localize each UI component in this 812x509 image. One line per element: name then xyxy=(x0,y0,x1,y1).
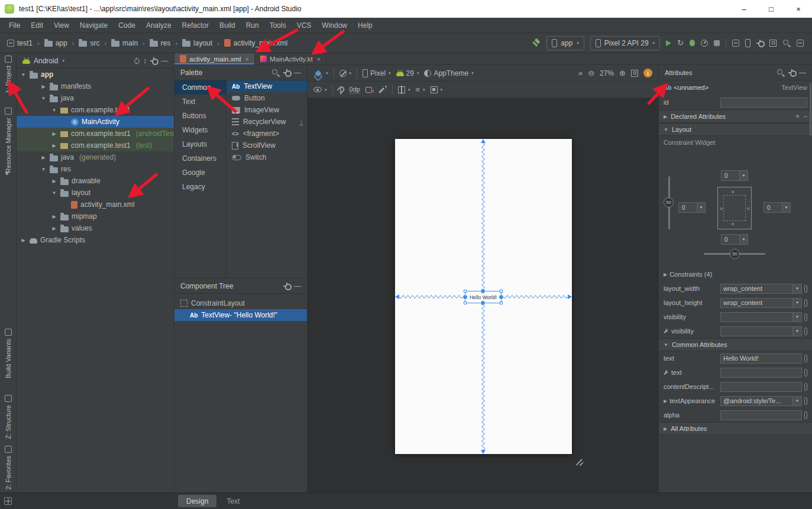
menu-build[interactable]: Build xyxy=(214,18,241,33)
layout-width-select[interactable]: wrap_content▾ xyxy=(720,284,802,294)
constraint-anchor-left[interactable] xyxy=(462,294,468,300)
tree-item-manifests[interactable]: ▶manifests xyxy=(17,80,174,92)
autoconnect-icon[interactable] xyxy=(337,85,345,94)
toolwindow-project-button[interactable]: 1: Project xyxy=(0,56,17,93)
attribute-flag-icon[interactable] xyxy=(804,285,807,293)
common-attributes-section[interactable]: ▼ Common Attributes xyxy=(659,338,812,351)
overflow-icon[interactable]: » xyxy=(578,69,583,77)
menu-view[interactable]: View xyxy=(48,18,75,33)
notifications-icon[interactable] xyxy=(797,40,804,47)
gear-icon[interactable] xyxy=(283,283,290,290)
vertical-bias-handle[interactable]: 50 xyxy=(664,197,674,208)
content-description-input[interactable] xyxy=(720,382,802,392)
all-attributes-section[interactable]: ▶ All Attributes xyxy=(659,422,812,435)
minimize-window-button[interactable]: – xyxy=(730,0,758,18)
palette-item-textview[interactable]: AbTextView xyxy=(227,80,307,92)
resize-handle-icon[interactable] xyxy=(464,301,467,304)
menu-help[interactable]: Help xyxy=(352,18,378,33)
palette-item-imageview[interactable]: ImageView xyxy=(227,104,307,116)
clear-constraints-icon[interactable] xyxy=(365,86,374,93)
theme-select[interactable]: AppTheme▾ xyxy=(424,69,473,77)
constraint-anchor-bottom[interactable] xyxy=(480,300,486,306)
breadcrumb-main[interactable]: main xyxy=(110,39,139,47)
toolwindow-resource-manager-button[interactable]: Resource Manager xyxy=(0,108,17,173)
device-select[interactable]: Pixel 2 API 29 ▾ xyxy=(590,36,660,50)
palette-item-scrollview[interactable]: ScrollView xyxy=(227,140,307,151)
debug-button[interactable] xyxy=(690,40,695,46)
attribute-flag-icon[interactable] xyxy=(804,397,807,405)
issues-badge[interactable]: 1 xyxy=(643,69,652,77)
toolwindow-favorites-button[interactable]: 2: Favorites xyxy=(0,446,17,489)
download-icon[interactable]: ↓ xyxy=(300,119,303,125)
palette-category-widgets[interactable]: Widgets xyxy=(174,123,226,137)
attribute-flag-icon[interactable] xyxy=(804,355,807,362)
layout-section[interactable]: ▼ Layout xyxy=(659,123,812,136)
tree-item-values[interactable]: ▶values xyxy=(17,222,174,234)
tree-item-activity-main-xml[interactable]: activity_main.xml xyxy=(17,199,174,210)
menu-vcs[interactable]: VCS xyxy=(292,18,317,33)
constraint-anchor-top[interactable] xyxy=(480,288,486,294)
close-tab-icon[interactable]: × xyxy=(245,56,249,63)
device-select-design[interactable]: Pixel▾ xyxy=(363,69,391,77)
tree-item-mipmap[interactable]: ▶mipmap xyxy=(17,210,174,222)
close-tab-icon[interactable]: × xyxy=(317,56,321,63)
menu-run[interactable]: Run xyxy=(241,18,264,33)
tree-item-app[interactable]: ▼app xyxy=(17,69,174,80)
text-appearance-select[interactable]: @android:style/Te...▾ xyxy=(720,396,802,406)
sdk-manager-icon[interactable] xyxy=(756,40,764,47)
tools-text-input[interactable] xyxy=(720,368,802,378)
menu-refactor[interactable]: Refactor xyxy=(177,18,214,33)
palette-item-recyclerview[interactable]: RecyclerView↓ xyxy=(227,116,307,128)
palette-item-switch[interactable]: Switch xyxy=(227,151,307,163)
toolwindow-switcher-icon[interactable] xyxy=(4,497,12,505)
attribute-flag-icon[interactable] xyxy=(804,328,807,335)
run-configuration-select[interactable]: app ▾ xyxy=(546,36,584,50)
gear-icon[interactable] xyxy=(283,69,290,76)
maximize-window-button[interactable]: □ xyxy=(758,0,785,18)
attribute-flag-icon[interactable] xyxy=(804,369,807,377)
hide-panel-icon[interactable]: — xyxy=(799,69,806,77)
gear-icon[interactable] xyxy=(788,69,795,76)
hide-panel-icon[interactable]: — xyxy=(294,69,301,77)
palette-category-layouts[interactable]: Layouts xyxy=(174,137,226,151)
id-input[interactable] xyxy=(720,98,807,108)
tree-item-mainactivity[interactable]: CMainActivity xyxy=(17,116,174,128)
attribute-flag-icon[interactable] xyxy=(804,411,807,419)
zoom-to-fit-icon[interactable] xyxy=(631,70,638,77)
locate-file-icon[interactable] xyxy=(132,57,140,64)
pack-menu[interactable]: ▾ xyxy=(431,86,443,93)
tree-item-package-androidtest[interactable]: ▶com.example.test1(androidTest) xyxy=(17,128,174,140)
apply-changes-icon[interactable]: ↻ xyxy=(677,38,684,47)
menu-analyze[interactable]: Analyze xyxy=(141,18,177,33)
expand-collapse-icon[interactable]: ↕ xyxy=(143,57,147,65)
resize-handle-icon[interactable] xyxy=(500,301,503,304)
breadcrumb-activity-main-xml[interactable]: activity_main.xml xyxy=(223,39,289,47)
palette-category-buttons[interactable]: Buttons xyxy=(174,109,226,123)
scrollbar[interactable] xyxy=(810,83,811,136)
attribute-flag-icon[interactable] xyxy=(804,383,807,391)
hide-panel-icon[interactable]: — xyxy=(161,57,168,65)
menu-navigate[interactable]: Navigate xyxy=(75,18,113,33)
tree-item-java-generated[interactable]: ▶java(generated) xyxy=(17,151,174,163)
horizontal-bias-handle[interactable]: 50 xyxy=(730,249,740,259)
project-view-select[interactable]: Android xyxy=(34,57,58,65)
palette-category-common[interactable]: Common xyxy=(174,80,226,95)
default-margin-select[interactable]: 0dp xyxy=(350,86,360,93)
close-window-button[interactable]: × xyxy=(785,0,812,18)
gear-icon[interactable] xyxy=(150,57,157,64)
constraint-widget[interactable]: 0▾ 0▾ 0▾ 0▾ » » » « 50 50 xyxy=(659,149,812,267)
zoom-in-icon[interactable]: ⊕ xyxy=(619,69,626,77)
canvas-resize-handle[interactable] xyxy=(575,456,584,465)
attribute-flag-icon[interactable] xyxy=(804,313,807,321)
search-everywhere-icon[interactable] xyxy=(782,39,791,47)
tree-item-package-test[interactable]: ▶com.example.test1(test) xyxy=(17,140,174,151)
zoom-out-icon[interactable]: ⊖ xyxy=(588,69,594,77)
breadcrumb-project[interactable]: test1 xyxy=(6,39,34,47)
device-artboard[interactable]: Hello World! xyxy=(395,139,572,454)
palette-item-button[interactable]: Button xyxy=(227,92,307,104)
design-surface-select[interactable]: ▾ xyxy=(313,71,328,76)
editor-tab-mainactivity-kt[interactable]: MainActivity.kt × xyxy=(255,53,326,64)
selected-textview[interactable]: Hello World! xyxy=(465,291,502,303)
attribute-flag-icon[interactable] xyxy=(804,299,807,307)
margin-left-select[interactable]: 0▾ xyxy=(678,202,706,213)
